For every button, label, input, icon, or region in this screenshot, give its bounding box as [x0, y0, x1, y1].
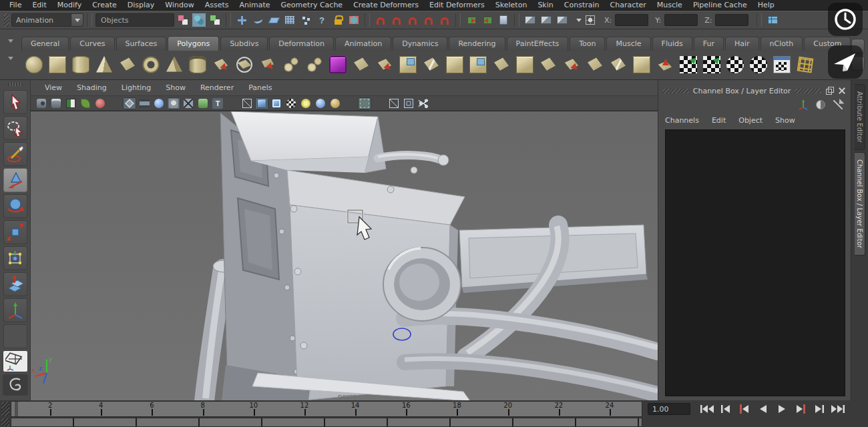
shelf-tab[interactable]: Curves [70, 37, 114, 51]
status-divider[interactable] [756, 13, 762, 27]
select-curves-icon[interactable] [250, 13, 265, 27]
recorder-share-button[interactable] [828, 45, 863, 79]
arrow-icon[interactable] [832, 99, 844, 111]
menu-item[interactable]: Muscle [652, 0, 688, 11]
select-by-object-icon[interactable] [192, 13, 206, 27]
menu-item[interactable]: Window [160, 0, 199, 11]
drag-grip[interactable] [795, 89, 821, 93]
float-panel-icon[interactable] [825, 87, 834, 95]
menu-item[interactable]: File [4, 0, 27, 11]
smooth-shade-icon[interactable] [255, 97, 268, 109]
menu-item[interactable]: Create Deformers [348, 0, 424, 11]
poly-pipe-icon[interactable] [188, 54, 208, 75]
separate-icon[interactable] [421, 54, 441, 75]
sculpt-geometry-icon[interactable] [281, 54, 301, 75]
step-back-frame-button[interactable] [717, 402, 734, 416]
move-tool[interactable] [3, 168, 27, 192]
channel-box-menu-item[interactable]: Channels [665, 116, 706, 125]
snap-to-plane-magnet-icon[interactable] [421, 13, 436, 27]
field-chart-icon[interactable] [182, 97, 195, 109]
quad-draw-icon[interactable] [258, 54, 278, 75]
xray-joints-icon[interactable] [402, 97, 415, 109]
poly-cylinder-icon[interactable] [71, 54, 91, 75]
camera-select-icon[interactable] [35, 97, 48, 109]
universal-manipulator-tool[interactable] [3, 246, 27, 270]
lasso-select-tool[interactable] [3, 116, 27, 140]
viewport-menu-item[interactable]: Panels [241, 83, 279, 92]
camera-attributes-icon[interactable] [49, 97, 63, 109]
construction-history-icon[interactable] [496, 13, 511, 27]
channel-box-menu-item[interactable]: Show [775, 116, 803, 125]
z-coord-field[interactable] [715, 14, 748, 26]
input-connections-icon[interactable] [464, 13, 479, 27]
go-to-start-button[interactable] [698, 402, 716, 416]
snap-to-grid-magnet-icon[interactable] [373, 13, 388, 27]
status-line-grip[interactable] [4, 13, 9, 27]
make-live-magnet-icon[interactable] [437, 13, 452, 27]
shelf-tab[interactable]: Hair [725, 37, 759, 51]
divider[interactable] [343, 97, 357, 109]
viewport-menu-item[interactable]: Show [158, 83, 193, 92]
y-coord-field[interactable] [664, 14, 698, 26]
current-time-field[interactable]: 1.00 [648, 403, 690, 415]
shelf-tab[interactable]: Subdivs [220, 37, 268, 51]
time-slider-grip[interactable] [1, 402, 9, 416]
single-pane-layout-button[interactable] [3, 350, 28, 372]
extract-icon[interactable] [468, 54, 488, 75]
select-misc-icon[interactable]: ? [314, 13, 329, 27]
menu-item[interactable]: Skin [532, 0, 558, 11]
status-divider[interactable] [365, 13, 370, 27]
xray-icon[interactable] [387, 97, 401, 109]
poly-torus-icon[interactable] [141, 54, 161, 75]
menu-item[interactable]: Animate [234, 0, 275, 11]
resolution-gate-icon[interactable] [152, 97, 166, 109]
sidebar-vertical-tab[interactable]: Channel Box / Layer Editor [855, 152, 865, 256]
render-settings-icon[interactable] [555, 13, 570, 27]
channel-box-content[interactable] [665, 129, 845, 396]
symmetry-icon[interactable] [583, 13, 598, 27]
toggle-channel-box-icon[interactable] [765, 13, 780, 27]
uv-lattice-icon[interactable] [795, 54, 815, 75]
textured-icon[interactable] [284, 97, 298, 109]
wedge-icon[interactable] [608, 54, 628, 75]
wireframe-on-shaded-icon[interactable] [270, 97, 283, 109]
select-points-icon[interactable] [234, 13, 249, 27]
paint-select-tool[interactable] [3, 142, 27, 166]
create-polygon-tool-icon[interactable] [211, 54, 231, 75]
image-plane-icon[interactable] [79, 97, 92, 109]
two-d-pan-zoom-icon[interactable] [93, 97, 107, 109]
shelf-tab[interactable]: Fur [694, 37, 724, 51]
select-by-hierarchy-icon[interactable] [176, 13, 190, 27]
lock-selection-icon[interactable] [331, 13, 345, 27]
close-icon[interactable] [838, 87, 847, 95]
viewport-canvas[interactable]: y x z persp [31, 111, 658, 400]
combine-icon[interactable] [398, 54, 418, 75]
shelf-tab[interactable]: Rendering [449, 37, 505, 51]
gate-mask-icon[interactable] [167, 97, 180, 109]
poly-plane-icon[interactable] [118, 54, 138, 75]
plugin-shapes-icon[interactable] [417, 97, 430, 109]
channel-box-titlebar[interactable]: Channel Box / Layer Editor [658, 85, 851, 97]
select-dynamics-icon[interactable] [298, 13, 313, 27]
shelf-tab[interactable]: Polygons [168, 36, 219, 51]
smooth-mesh-preview-icon[interactable] [328, 54, 348, 75]
channel-box-menu-item[interactable]: Object [738, 116, 770, 125]
shelf-tab[interactable]: Animation [335, 37, 391, 51]
soft-modification-tool[interactable] [3, 272, 27, 296]
menu-set-selector[interactable]: Animation [11, 13, 83, 27]
ambient-occlusion-icon[interactable] [329, 97, 342, 109]
shelf-tab[interactable]: Deformation [269, 37, 334, 51]
drag-grip[interactable] [662, 89, 689, 93]
manipulator-axis-icon[interactable] [797, 99, 809, 111]
menu-item[interactable]: Help [752, 0, 780, 11]
shelf-tab[interactable]: Fluids [652, 37, 692, 51]
sidebar-vertical-tab[interactable]: Attribute Editor [855, 84, 865, 150]
bookmark-icon[interactable] [64, 97, 77, 109]
interactive-split-icon[interactable] [234, 54, 254, 75]
viewport-menu-item[interactable]: Lighting [114, 83, 158, 92]
menu-item[interactable]: Geometry Cache [276, 0, 349, 11]
poly-cube-icon[interactable] [47, 54, 67, 75]
extrude-icon[interactable] [515, 54, 535, 75]
divider[interactable] [373, 97, 386, 109]
poly-cone-icon[interactable] [94, 54, 114, 75]
